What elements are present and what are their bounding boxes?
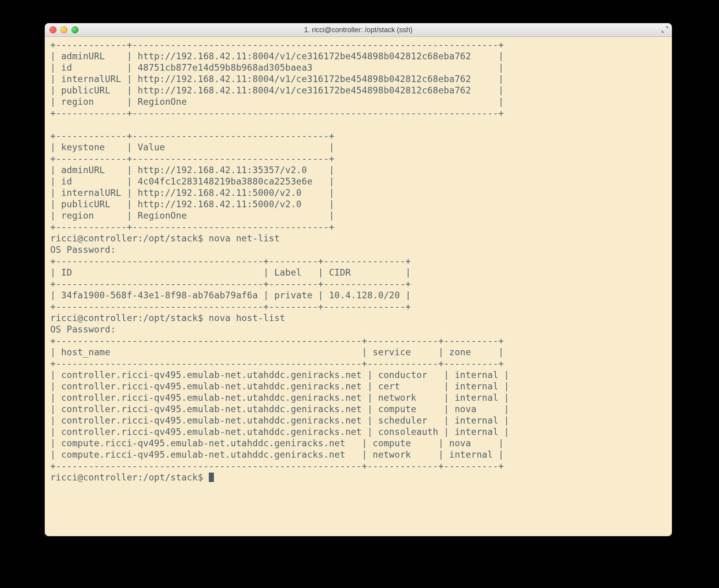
terminal-window: 1. ricci@controller: /opt/stack (ssh) +-… bbox=[45, 23, 672, 536]
traffic-lights bbox=[49, 26, 78, 33]
fullscreen-icon[interactable] bbox=[661, 26, 669, 33]
window-title: 1. ricci@controller: /opt/stack (ssh) bbox=[45, 26, 672, 34]
cursor-icon bbox=[209, 473, 214, 482]
minimize-icon[interactable] bbox=[60, 26, 68, 33]
window-titlebar[interactable]: 1. ricci@controller: /opt/stack (ssh) bbox=[45, 23, 672, 37]
zoom-icon[interactable] bbox=[71, 26, 78, 33]
close-icon[interactable] bbox=[49, 26, 57, 33]
terminal-content[interactable]: +-------------+-------------------------… bbox=[45, 37, 672, 483]
